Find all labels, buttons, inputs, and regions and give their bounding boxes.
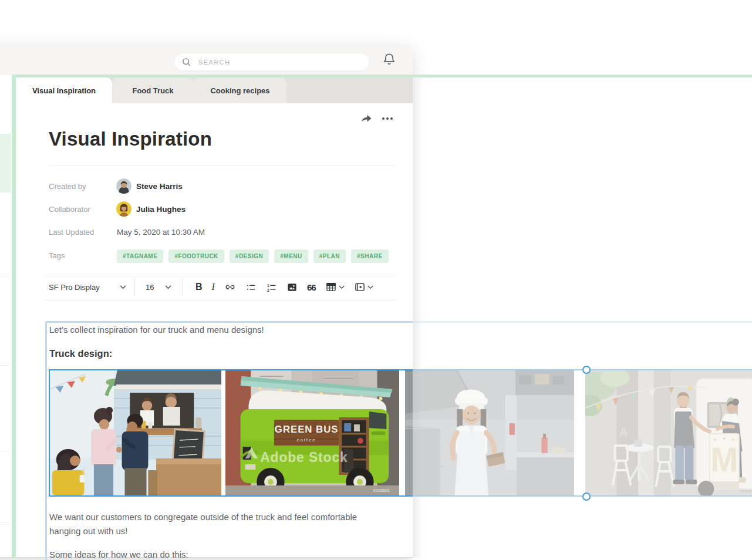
chevron-down-icon xyxy=(120,285,126,289)
link-icon[interactable] xyxy=(224,281,236,293)
svg-text:1: 1 xyxy=(267,283,269,287)
sidebar-divider xyxy=(0,451,9,451)
italic-icon[interactable]: I xyxy=(212,282,215,292)
selection-handle-top[interactable] xyxy=(582,366,591,374)
bullet-list-icon[interactable] xyxy=(245,282,257,293)
svg-text:GREEN BUS: GREEN BUS xyxy=(275,424,339,435)
last-updated-value: May 5, 2020 at 10:30 AM xyxy=(117,228,205,237)
image-icon[interactable] xyxy=(286,282,298,293)
dot xyxy=(382,117,385,120)
ellipsis-icon[interactable] xyxy=(382,116,397,122)
chevron-down-icon xyxy=(367,285,373,289)
tab-cooking-recipes[interactable]: Cooking recipes xyxy=(194,77,286,103)
tag-pill[interactable]: #FOODTRUCK xyxy=(168,249,224,263)
tag-pill[interactable]: #SHARE xyxy=(351,249,389,263)
sidebar-divider xyxy=(0,276,9,276)
body-heading[interactable]: Truck design: xyxy=(49,348,112,359)
sidebar-divider xyxy=(0,522,9,523)
note-frame-left xyxy=(12,75,16,558)
divider xyxy=(45,300,397,301)
photo-foodtruck-customers[interactable] xyxy=(50,370,221,495)
formatting-toolbar: SF Pro Display 16 B I 12 66 xyxy=(49,277,378,297)
chevron-down-icon xyxy=(165,285,171,289)
photo-green-bus[interactable]: GREEN BUS coffee Adobe Stock #316601 xyxy=(225,370,399,495)
bell-icon[interactable] xyxy=(382,52,396,66)
tab-bar: Visual Inspiration Food Truck Cooking re… xyxy=(16,77,413,103)
divider xyxy=(45,276,395,276)
font-size-value: 16 xyxy=(146,283,154,292)
tag-pill[interactable]: #TAGNAME xyxy=(117,249,163,263)
body-paragraph[interactable]: Let’s collect inspiration for our truck … xyxy=(49,325,264,335)
page-title: Visual Inspiration xyxy=(49,128,212,150)
svg-text:coffee: coffee xyxy=(297,437,316,443)
tab-label: Food Truck xyxy=(132,86,173,95)
tab-visual-inspiration[interactable]: Visual Inspiration xyxy=(16,77,112,103)
font-family-select[interactable]: SF Pro Display xyxy=(49,283,126,292)
selection-handle-bottom[interactable] xyxy=(582,492,591,501)
body-paragraph[interactable]: We want our customers to congregate outs… xyxy=(49,510,390,538)
magnifier-icon xyxy=(181,57,191,67)
tab-label: Visual Inspiration xyxy=(32,86,96,95)
created-by-value: Steve Harris xyxy=(136,182,183,191)
dot xyxy=(386,117,389,120)
svg-text:2: 2 xyxy=(267,288,269,292)
tag-pill[interactable]: #DESIGN xyxy=(230,249,269,263)
tag-pill[interactable]: #MENU xyxy=(274,249,308,263)
search-input[interactable] xyxy=(197,58,346,66)
body-paragraph[interactable]: Some ideas for how we can do this: xyxy=(49,549,296,558)
collaborator-label: Collaborator xyxy=(49,205,90,214)
avatar xyxy=(116,178,131,194)
sidebar-selected-item[interactable] xyxy=(0,134,11,193)
share-arrow-icon[interactable] xyxy=(360,113,373,124)
numbered-list-icon[interactable]: 12 xyxy=(266,282,277,293)
toolbar-separator xyxy=(182,278,183,296)
font-size-select[interactable]: 16 xyxy=(146,283,171,292)
font-family-value: SF Pro Display xyxy=(49,283,100,292)
created-by-label: Created by xyxy=(49,182,86,191)
video-icon[interactable] xyxy=(354,281,373,293)
tag-list: #TAGNAME #FOODTRUCK #DESIGN #MENU #PLAN … xyxy=(117,249,389,263)
search-bar[interactable] xyxy=(174,53,370,71)
quote-icon[interactable]: 66 xyxy=(307,282,316,292)
divider xyxy=(49,165,395,166)
collaborator-value: Julia Hughes xyxy=(136,205,186,214)
chevron-down-icon xyxy=(339,285,345,289)
last-updated-label: Last Updated xyxy=(49,228,94,237)
clipped-paragraph-wrap: Some ideas for how we can do this: xyxy=(49,549,296,558)
outside-window-overlay xyxy=(413,78,752,560)
svg-text:Adobe Stock: Adobe Stock xyxy=(260,450,348,465)
sidebar-divider xyxy=(0,365,9,366)
bold-icon[interactable]: B xyxy=(195,282,203,292)
tag-pill[interactable]: #PLAN xyxy=(313,249,346,263)
tab-food-truck[interactable]: Food Truck xyxy=(112,77,194,103)
svg-text:#316601: #316601 xyxy=(373,488,390,493)
avatar xyxy=(116,201,131,217)
tags-label: Tags xyxy=(49,251,65,260)
tab-label: Cooking recipes xyxy=(210,86,269,95)
table-icon[interactable] xyxy=(325,281,345,293)
dot xyxy=(390,117,393,120)
toolbar-separator xyxy=(134,278,135,296)
